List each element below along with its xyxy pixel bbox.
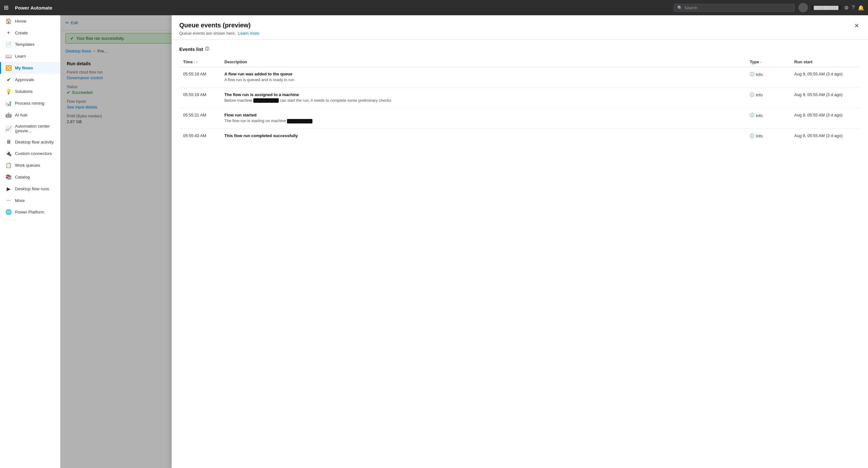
sidebar-item-ai-hub[interactable]: 🤖 AI hub (0, 109, 60, 121)
settings-icon[interactable]: ⚙ (844, 5, 848, 11)
th-time-label: Time (183, 59, 193, 64)
sidebar-item-label: AI hub (15, 113, 27, 117)
topbar-actions: ██████████ ⚙ ? 🔔 (798, 3, 864, 12)
type-badge-1: ⓘ Info (750, 71, 763, 77)
templates-icon: 📄 (5, 41, 12, 48)
event-desc-title-2: The flow run is assigned to a machine (224, 92, 742, 97)
table-row: 05:55:19 AM The flow run is assigned to … (179, 87, 860, 108)
more-icon: ··· (5, 198, 12, 203)
custom-connectors-icon: 🔌 (5, 150, 12, 156)
type-label-1: Info (756, 72, 763, 77)
my-flows-icon: 🔀 (5, 65, 12, 71)
event-desc-body-2: Before machine can start the run, it nee… (224, 98, 742, 104)
sidebar-item-work-queues[interactable]: 📋 Work queues (0, 159, 60, 171)
events-list-title: Events list (179, 47, 203, 52)
event-runstart-2: Aug 9, 05:55 AM (3 d ago) (790, 87, 860, 108)
sidebar-item-create[interactable]: + Create (0, 27, 60, 38)
table-header-row: Time ↑ ↓ Description (179, 57, 860, 67)
desktop-flow-runs-icon: ▶ (5, 186, 12, 192)
table-row: 05:55:21 AM Flow run started The flow ru… (179, 108, 860, 129)
event-runstart-3: Aug 9, 05:55 AM (3 d ago) (790, 108, 860, 129)
sidebar-item-label: Solutions (15, 89, 33, 94)
topbar: ⊞ Power Automate 🔍 ██████████ ⚙ ? 🔔 (0, 0, 868, 15)
sidebar-item-label: Approvals (15, 77, 34, 82)
sidebar-item-process-mining[interactable]: 📊 Process mining (0, 97, 60, 109)
sidebar-item-approvals[interactable]: ✔ Approvals (0, 74, 60, 86)
event-runstart-1: Aug 9, 05:55 AM (3 d ago) (790, 67, 860, 88)
th-run-start: Run start (790, 57, 860, 67)
notification-icon[interactable]: 🔔 (858, 5, 864, 11)
th-description: Description (221, 57, 746, 67)
sidebar-item-label: Learn (15, 54, 26, 59)
sidebar-item-learn[interactable]: 📖 Learn (0, 50, 60, 62)
event-desc-title-1: A flow run was added to the queue (224, 71, 742, 76)
sidebar-item-custom-connectors[interactable]: 🔌 Custom connectors (0, 148, 60, 159)
modal-subtitle: Queue events are shown here. Learn more (179, 31, 853, 36)
th-type-sort[interactable]: Type ↓ (750, 59, 762, 64)
modal-subtitle-text: Queue events are shown here. (179, 31, 236, 36)
event-desc-4: This flow run completed successfully (221, 128, 746, 144)
power-platform-icon: 🌐 (5, 209, 12, 215)
modal-title: Queue events (preview) (179, 22, 853, 29)
sidebar-item-label: Desktop flow runs (15, 186, 49, 191)
event-desc-title-3: Flow run started (224, 113, 742, 117)
redacted-machine-2 (253, 98, 279, 103)
event-desc-2: The flow run is assigned to a machine Be… (221, 87, 746, 108)
avatar[interactable] (798, 3, 808, 12)
type-label-2: Info (756, 93, 763, 97)
sidebar-item-catalog[interactable]: 📚 Catalog (0, 171, 60, 183)
sidebar-item-templates[interactable]: 📄 Templates (0, 38, 60, 50)
table-row: 05:55:18 AM A flow run was added to the … (179, 67, 860, 88)
learn-more-link[interactable]: Learn more (238, 31, 259, 36)
th-type-label: Type (750, 59, 759, 64)
sidebar-item-label: Templates (15, 42, 35, 47)
th-time-sort[interactable]: Time ↑ ↓ (183, 59, 198, 64)
sidebar-item-desktop-flow-runs[interactable]: ▶ Desktop flow runs (0, 183, 60, 195)
table-row: 05:55:43 AM This flow run completed succ… (179, 128, 860, 144)
sidebar-item-label: Desktop flow activity (15, 140, 54, 144)
event-time-1: 05:55:18 AM (179, 67, 221, 88)
search-bar[interactable]: 🔍 (674, 4, 795, 12)
sidebar-item-label: Work queues (15, 163, 40, 168)
sidebar-item-label: Custom connectors (15, 151, 52, 156)
question-icon[interactable]: ? (852, 5, 855, 10)
modal-body: Events list ⓘ Time ↑ ↓ (172, 40, 868, 468)
solutions-icon: 💡 (5, 88, 12, 94)
event-desc-title-4: This flow run completed successfully (224, 133, 742, 138)
sidebar-item-label: My flows (15, 65, 33, 70)
th-type[interactable]: Type ↓ (746, 57, 790, 67)
modal-close-button[interactable]: ✕ (853, 22, 860, 30)
search-input[interactable] (684, 5, 791, 10)
desc-suffix-2: can start the run, it needs to complete … (279, 98, 391, 103)
sidebar-item-solutions[interactable]: 💡 Solutions (0, 86, 60, 97)
sidebar-item-power-platform[interactable]: 🌐 Power Platform (0, 206, 60, 218)
sidebar-item-my-flows[interactable]: 🔀 My flows (0, 62, 60, 74)
topbar-badge: ██████████ (811, 5, 841, 10)
sidebar-item-home[interactable]: 🏠 Home (0, 15, 60, 27)
catalog-icon: 📚 (5, 174, 12, 180)
event-time-2: 05:55:19 AM (179, 87, 221, 108)
work-queues-icon: 📋 (5, 162, 12, 168)
modal-header: Queue events (preview) Queue events are … (172, 15, 868, 40)
event-type-3: ⓘ Info (746, 108, 790, 129)
th-description-label: Description (224, 59, 247, 64)
desc-prefix-2: Before machine (224, 98, 253, 103)
info-circle-icon-2: ⓘ (750, 92, 754, 98)
event-desc-body-3: The flow run is starting on machine (224, 118, 742, 124)
sidebar-item-label: More (15, 198, 25, 203)
th-time[interactable]: Time ↑ ↓ (179, 57, 221, 67)
grid-icon[interactable]: ⊞ (4, 4, 8, 11)
type-badge-3: ⓘ Info (750, 113, 763, 118)
sidebar-item-desktop-flow-activity[interactable]: 🖥 Desktop flow activity (0, 136, 60, 148)
sidebar-item-more[interactable]: ··· More (0, 195, 60, 206)
home-icon: 🏠 (5, 18, 12, 24)
event-type-1: ⓘ Info (746, 67, 790, 88)
process-mining-icon: 📊 (5, 100, 12, 106)
main-layout: 🏠 Home + Create 📄 Templates 📖 Learn 🔀 My… (0, 15, 868, 468)
events-table: Time ↑ ↓ Description (179, 57, 860, 144)
sidebar-item-automation-center[interactable]: 📈 Automation center (previe... (0, 121, 60, 136)
info-circle-icon-3: ⓘ (750, 113, 754, 118)
ai-hub-icon: 🤖 (5, 112, 12, 118)
redacted-machine-3 (287, 119, 312, 123)
events-list-info-icon: ⓘ (205, 46, 209, 52)
